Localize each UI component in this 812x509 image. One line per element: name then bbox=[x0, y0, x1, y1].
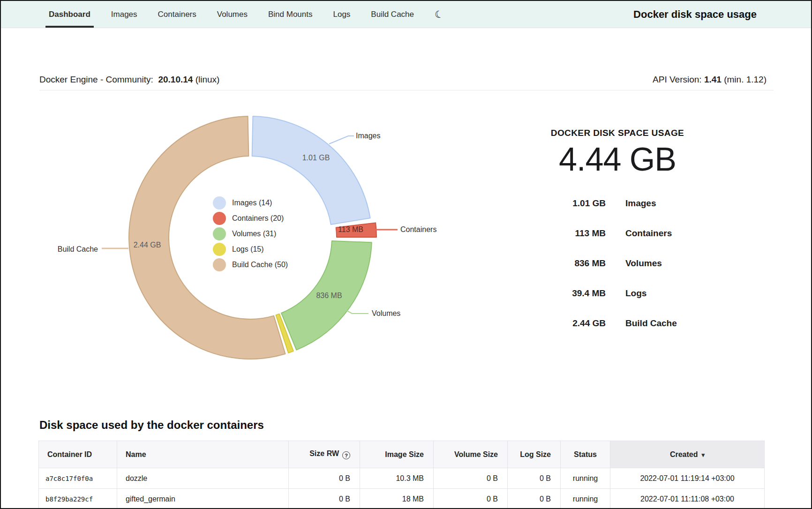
legend-item-images-label: Images (14) bbox=[232, 199, 272, 207]
images-legend-swatch bbox=[213, 196, 226, 210]
summary-title: DOCKER DISK SPACE USAGE bbox=[510, 128, 725, 138]
column-header-log-size[interactable]: Log Size bbox=[508, 441, 561, 468]
summary-breakdown-list: 1.01 GB Images 113 MB Containers 836 MB … bbox=[510, 197, 725, 329]
size-rw-header-label: Size RW bbox=[309, 449, 339, 457]
column-header-size-rw[interactable]: Size RW? bbox=[289, 441, 360, 468]
column-header-name[interactable]: Name bbox=[117, 441, 289, 468]
column-header-volume-size[interactable]: Volume Size bbox=[434, 441, 508, 468]
api-version-number: 1.41 bbox=[704, 75, 722, 84]
sort-descending-icon: ▾ bbox=[702, 451, 705, 458]
created-cell: 2022-07-01 11:19:14 +03:00 bbox=[610, 468, 765, 489]
table-row: a7c8c17f0f0a dozzle 0 B 10.3 MB 0 B 0 B … bbox=[39, 468, 765, 489]
legend-item-build-cache-label: Build Cache (50) bbox=[232, 261, 288, 269]
container-name-cell: gifted_germain bbox=[117, 489, 289, 509]
summary-logs-label: Logs bbox=[625, 288, 725, 299]
build-cache-callout-label: Build Cache bbox=[45, 244, 98, 254]
image-size-cell: 10.3 MB bbox=[360, 468, 434, 489]
summary-images-label: Images bbox=[625, 198, 725, 209]
log-size-cell: 0 B bbox=[508, 468, 561, 489]
summary-containers-value: 113 MB bbox=[510, 228, 606, 239]
column-header-container-id[interactable]: Container ID bbox=[39, 441, 117, 468]
summary-volumes-value: 836 MB bbox=[510, 258, 606, 269]
api-version-text: API Version: 1.41 (min. 1.12) bbox=[653, 75, 767, 85]
images-callout-line bbox=[329, 136, 354, 144]
container-id-cell: a7c8c17f0f0a bbox=[39, 468, 117, 489]
summary-build-cache-label: Build Cache bbox=[625, 318, 725, 329]
containers-table-heading: Disk space used by the docker containers bbox=[39, 419, 264, 432]
legend-item-logs-label: Logs (15) bbox=[232, 245, 264, 254]
volumes-callout-label: Volumes bbox=[372, 308, 400, 319]
column-header-created[interactable]: Created▾ bbox=[610, 441, 765, 468]
containers-legend-swatch bbox=[213, 212, 226, 225]
legend-item-containers[interactable]: Containers (20) bbox=[213, 212, 288, 225]
legend-item-volumes[interactable]: Volumes (31) bbox=[213, 227, 288, 240]
legend-item-volumes-label: Volumes (31) bbox=[232, 230, 276, 238]
created-header-label: Created bbox=[670, 450, 698, 458]
summary-build-cache-value: 2.44 GB bbox=[510, 318, 606, 329]
summary-row-containers: 113 MB Containers bbox=[510, 227, 725, 240]
legend-item-images[interactable]: Images (14) bbox=[213, 196, 288, 210]
containers-value-label: 113 MB bbox=[323, 225, 379, 235]
summary-row-logs: 39.4 MB Logs bbox=[510, 287, 725, 299]
status-cell: running bbox=[561, 468, 610, 489]
summary-logs-value: 39.4 MB bbox=[510, 288, 606, 299]
build-cache-legend-swatch bbox=[213, 258, 226, 271]
volumes-legend-swatch bbox=[213, 227, 226, 240]
summary-volumes-label: Volumes bbox=[625, 258, 725, 269]
status-cell: running bbox=[561, 489, 610, 509]
summary-total-size: 4.44 GB bbox=[510, 141, 725, 178]
column-header-status[interactable]: Status bbox=[561, 441, 610, 468]
images-value-label: 1.01 GB bbox=[288, 153, 344, 163]
volumes-value-label: 836 MB bbox=[301, 291, 357, 301]
log-size-cell: 0 B bbox=[508, 489, 561, 509]
size-rw-cell: 0 B bbox=[289, 489, 360, 509]
summary-row-build-cache: 2.44 GB Build Cache bbox=[510, 317, 725, 329]
volume-size-cell: 0 B bbox=[434, 489, 508, 509]
logs-legend-swatch bbox=[213, 243, 226, 256]
disk-usage-donut-chart: Images Containers Volumes Build Cache 1.… bbox=[1, 1, 470, 385]
size-rw-help-icon[interactable]: ? bbox=[342, 451, 350, 459]
created-cell: 2022-07-01 11:11:08 +03:00 bbox=[610, 489, 765, 509]
summary-row-volumes: 836 MB Volumes bbox=[510, 257, 725, 269]
summary-containers-label: Containers bbox=[625, 228, 725, 239]
chart-legend: Images (14) Containers (20) Volumes (31)… bbox=[213, 196, 288, 271]
summary-row-images: 1.01 GB Images bbox=[510, 197, 725, 210]
container-id-cell: b8f29ba229cf bbox=[39, 489, 117, 509]
containers-callout-label: Containers bbox=[400, 225, 436, 235]
summary-images-value: 1.01 GB bbox=[510, 198, 606, 209]
table-row: b8f29ba229cf gifted_germain 0 B 18 MB 0 … bbox=[39, 489, 765, 509]
size-rw-cell: 0 B bbox=[289, 468, 360, 489]
build-cache-value-label: 2.44 GB bbox=[119, 240, 175, 250]
container-name-cell: dozzle bbox=[117, 468, 289, 489]
page-title: Docker disk space usage bbox=[633, 8, 757, 21]
volume-size-cell: 0 B bbox=[434, 468, 508, 489]
legend-item-build-cache[interactable]: Build Cache (50) bbox=[213, 258, 288, 271]
images-callout-label: Images bbox=[356, 131, 380, 141]
legend-item-containers-label: Containers (20) bbox=[232, 214, 284, 223]
containers-table: Container ID Name Size RW? Image Size Vo… bbox=[38, 441, 765, 509]
legend-item-logs[interactable]: Logs (15) bbox=[213, 243, 288, 256]
image-size-cell: 18 MB bbox=[360, 489, 434, 509]
table-header-row: Container ID Name Size RW? Image Size Vo… bbox=[39, 441, 765, 468]
column-header-image-size[interactable]: Image Size bbox=[360, 441, 434, 468]
